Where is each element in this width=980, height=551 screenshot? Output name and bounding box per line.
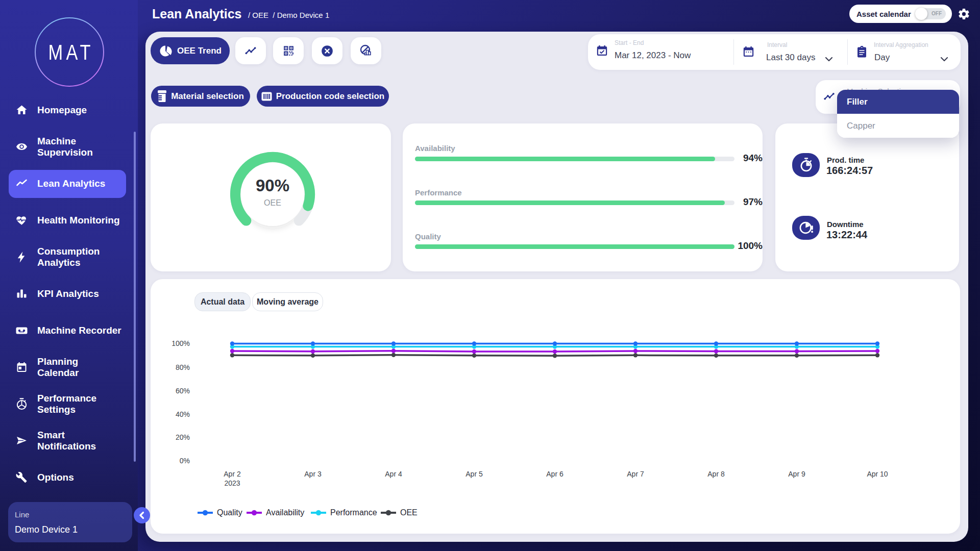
svg-text:Apr 9: Apr 9 [788, 470, 805, 478]
svg-text:0%: 0% [180, 457, 190, 465]
svg-text:80%: 80% [176, 363, 190, 371]
svg-text:60%: 60% [176, 387, 190, 395]
svg-text:Apr 5: Apr 5 [465, 470, 483, 478]
svg-text:Apr 8: Apr 8 [707, 470, 725, 478]
svg-text:Apr 6: Apr 6 [546, 470, 564, 478]
svg-text:OEE: OEE [400, 508, 418, 517]
svg-text:100%: 100% [172, 339, 190, 347]
svg-text:Availability: Availability [266, 508, 304, 517]
svg-text:Apr 7: Apr 7 [627, 470, 644, 478]
svg-text:2023: 2023 [224, 479, 240, 487]
svg-text:Apr 2: Apr 2 [224, 470, 241, 478]
svg-text:Quality: Quality [217, 508, 242, 517]
svg-text:Apr 10: Apr 10 [867, 470, 888, 478]
svg-text:20%: 20% [176, 433, 190, 441]
svg-text:Performance: Performance [330, 508, 377, 517]
svg-text:40%: 40% [176, 410, 190, 418]
svg-text:Apr 3: Apr 3 [304, 470, 322, 478]
svg-text:Apr 4: Apr 4 [385, 470, 402, 478]
